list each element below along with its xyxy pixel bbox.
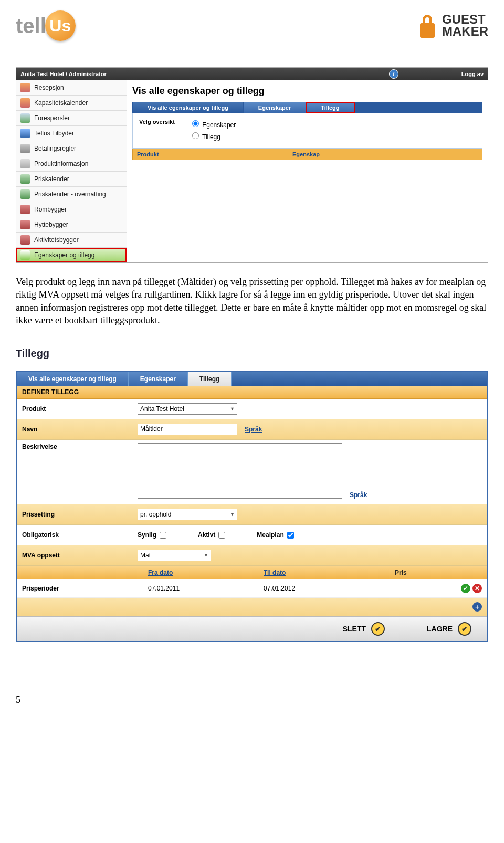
sidebar-icon xyxy=(20,174,30,184)
sidebar-item-rombygger[interactable]: Rombygger xyxy=(16,202,127,217)
prissetting-label: Prissetting xyxy=(22,511,138,518)
delete-icon[interactable]: ✕ xyxy=(472,584,482,593)
sidebar-item-produktinfo[interactable]: Produktinformasjon xyxy=(16,156,127,172)
sidebar-item-hyttebygger[interactable]: Hyttebygger xyxy=(16,217,127,233)
sidebar-item-aktivitetsbygger[interactable]: Aktivitetsbygger xyxy=(16,233,127,248)
guestmaker-logo: GUEST MAKER xyxy=(418,13,488,39)
mva-value: Mat xyxy=(140,552,151,559)
tillegg-title: Tillegg xyxy=(16,347,488,360)
col-fra-dato[interactable]: Fra dato xyxy=(143,566,258,579)
prissetting-value: pr. opphold xyxy=(140,511,171,518)
sprak-link-1[interactable]: Språk xyxy=(245,426,262,433)
mva-label: MVA oppsett xyxy=(22,552,138,559)
breadcrumb: Anita Test Hotel \ Administrator xyxy=(20,71,107,77)
sidebar-item-label: Priskalender xyxy=(34,175,69,183)
add-icon[interactable]: ＋ xyxy=(472,602,482,612)
produkt-label: Produkt xyxy=(22,405,138,413)
sidebar-item-priskalender[interactable]: Priskalender xyxy=(16,172,127,187)
sidebar-item-label: Priskalender - overnatting xyxy=(34,191,106,198)
sidebar-icon xyxy=(20,83,30,92)
svg-rect-0 xyxy=(420,23,435,38)
sidebar-item-label: Resepsjon xyxy=(34,84,64,91)
sidebar-item-priskalender-overnatting[interactable]: Priskalender - overnatting xyxy=(16,187,127,202)
fra-dato-value: 07.01.2011 xyxy=(143,583,258,594)
aktivt-label: Aktivt xyxy=(198,531,215,539)
tab2-tillegg[interactable]: Tillegg xyxy=(188,372,232,386)
col-egenskap[interactable]: Egenskap xyxy=(288,149,482,160)
check-icon: ✔ xyxy=(371,622,385,636)
sidebar-icon xyxy=(20,220,30,229)
page-number: 5 xyxy=(16,694,488,705)
radio-tillegg[interactable]: Tillegg xyxy=(190,131,236,143)
sidebar-icon xyxy=(20,144,30,153)
obligatorisk-label: Obligatorisk xyxy=(22,531,138,539)
synlig-label: Synlig xyxy=(138,531,156,539)
tellus-logo-tell: tell xyxy=(16,14,46,38)
sidebar: Resepsjon Kapasitetskalender Forespørsle… xyxy=(16,80,127,262)
info-icon[interactable]: i xyxy=(389,69,398,79)
caret-down-icon: ▼ xyxy=(204,553,208,558)
tab-egenskaper[interactable]: Egenskaper xyxy=(244,102,306,113)
lagre-label: LAGRE xyxy=(427,625,453,633)
sidebar-item-label: Kapasitetskalender xyxy=(34,99,88,107)
til-dato-value: 07.01.2012 xyxy=(258,583,390,594)
mva-select[interactable]: Mat ▼ xyxy=(138,550,211,561)
mealplan-checkbox[interactable] xyxy=(287,532,294,539)
app-screenshot-1: Anita Test Hotel \ Administrator i Logg … xyxy=(16,67,488,263)
tellus-logo: tell Us xyxy=(16,10,76,41)
tab-vis-alle[interactable]: Vis alle egenskaper og tillegg xyxy=(133,102,244,113)
sidebar-item-egenskaper-tillegg[interactable]: Egenskaper og tillegg xyxy=(16,248,127,262)
aktivt-checkbox[interactable] xyxy=(218,532,225,539)
mealplan-label: Mealplan xyxy=(257,531,284,539)
sidebar-item-label: Hyttebygger xyxy=(34,221,68,228)
sidebar-icon xyxy=(20,235,30,245)
sidebar-icon xyxy=(20,189,30,199)
prissetting-select[interactable]: pr. opphold ▼ xyxy=(138,509,237,520)
navn-input[interactable]: Måltider xyxy=(138,424,237,435)
col-produkt[interactable]: Produkt xyxy=(133,149,288,160)
beskrivelse-textarea[interactable] xyxy=(138,443,342,499)
radio-egenskaper-label: Egenskaper xyxy=(202,121,236,129)
beskrivelse-label: Beskrivelse xyxy=(22,443,138,450)
radio-tillegg-label: Tillegg xyxy=(202,133,220,141)
col-pris: Pris xyxy=(390,566,487,579)
tabs-row-2: Vis alle egenskaper og tillegg Egenskape… xyxy=(17,372,487,386)
accept-icon[interactable]: ✓ xyxy=(461,584,470,593)
sidebar-icon xyxy=(20,98,30,108)
sidebar-item-label: Rombygger xyxy=(34,206,67,213)
sidebar-item-label: Egenskaper og tillegg xyxy=(34,251,94,259)
sidebar-item-betaling[interactable]: Betalingsregler xyxy=(16,141,127,156)
synlig-checkbox[interactable] xyxy=(160,532,166,539)
col-til-dato[interactable]: Til dato xyxy=(258,566,390,579)
sidebar-item-foresporsler[interactable]: Forespørsler xyxy=(16,111,127,126)
sidebar-item-resepsjon[interactable]: Resepsjon xyxy=(16,80,127,96)
footer-buttons: SLETT ✔ LAGRE ✔ xyxy=(17,616,487,641)
radio-egenskaper-input[interactable] xyxy=(192,120,199,127)
tellus-logo-us: Us xyxy=(45,10,76,41)
slett-button[interactable]: SLETT ✔ xyxy=(343,622,385,636)
sidebar-item-tilbyder[interactable]: Tellus Tilbyder xyxy=(16,126,127,141)
content-title: Vis alle egenskaper og tillegg xyxy=(132,86,482,97)
logoff-link[interactable]: Logg av xyxy=(461,71,484,77)
tab2-egenskaper[interactable]: Egenskaper xyxy=(129,372,188,386)
sidebar-icon xyxy=(20,205,30,214)
sprak-link-2[interactable]: Språk xyxy=(350,491,367,499)
tillegg-form: Vis alle egenskaper og tillegg Egenskape… xyxy=(16,371,488,642)
section-definer-tillegg: DEFINER TILLEGG xyxy=(17,386,487,399)
produkt-select[interactable]: Anita Test Hotel ▼ xyxy=(138,403,237,415)
radio-tillegg-input[interactable] xyxy=(192,132,199,139)
navn-label: Navn xyxy=(22,426,138,433)
tab2-vis-alle[interactable]: Vis alle egenskaper og tillegg xyxy=(17,372,129,386)
tab-tillegg[interactable]: Tillegg xyxy=(306,102,354,113)
radio-egenskaper[interactable]: Egenskaper xyxy=(190,119,236,131)
price-add-row: ＋ xyxy=(17,598,487,616)
sidebar-item-label: Aktivitetsbygger xyxy=(34,236,79,244)
check-icon: ✔ xyxy=(458,622,471,636)
prisperioder-label: Prisperioder xyxy=(17,583,143,594)
sidebar-item-label: Tellus Tilbyder xyxy=(34,130,74,137)
slett-label: SLETT xyxy=(343,625,366,633)
sidebar-icon xyxy=(20,129,30,138)
sidebar-item-kapasitet[interactable]: Kapasitetskalender xyxy=(16,96,127,111)
sidebar-icon xyxy=(20,250,30,260)
lagre-button[interactable]: LAGRE ✔ xyxy=(427,622,471,636)
